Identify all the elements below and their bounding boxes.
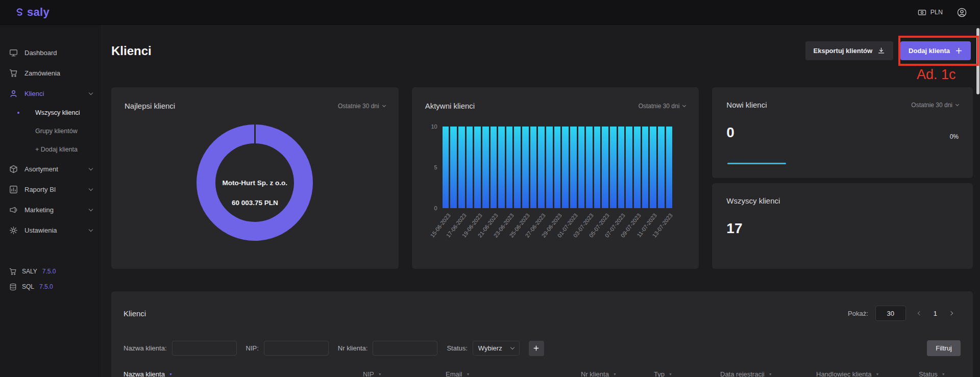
sidebar-item-marketing[interactable]: Marketing	[0, 199, 102, 220]
active-clients-yaxis: 1050	[425, 127, 443, 208]
bar	[586, 127, 593, 208]
sidebar-item-raporty-bi[interactable]: Raporty BI	[0, 179, 102, 199]
donut-center: Moto-Hurt Sp. z o.o. 60 003.75 PLN	[215, 143, 294, 222]
filter-nip-input[interactable]	[264, 341, 329, 356]
account-icon[interactable]	[957, 8, 967, 17]
add-client-label: Dodaj klienta	[909, 47, 950, 55]
chevron-down-icon	[89, 186, 93, 190]
new-clients-value: 0	[726, 124, 959, 141]
all-clients-title: Wszyscy klienci	[726, 196, 780, 205]
bar	[491, 127, 497, 208]
column-header-status[interactable]: Status▼	[919, 370, 945, 377]
add-filter-button[interactable]	[529, 341, 544, 356]
bar	[450, 127, 457, 208]
column-header-nip[interactable]: NIP▼	[363, 370, 382, 377]
sidebar-menu: DashboardZamówieniaKlienciWszyscy klienc…	[0, 42, 102, 240]
sort-icon: ▼	[613, 372, 617, 376]
sidebar-item-label: Klienci	[24, 90, 44, 97]
version-item-sql: SQL7.5.0	[0, 279, 102, 294]
add-client-button[interactable]: Dodaj klienta	[900, 41, 971, 60]
download-icon	[877, 47, 885, 55]
best-clients-period-dropdown[interactable]: Ostatnie 30 dni	[338, 103, 385, 110]
app-logo[interactable]: saly	[13, 6, 50, 19]
currency-icon	[918, 8, 926, 17]
filter-button[interactable]: Filtruj	[927, 340, 961, 356]
bar	[498, 127, 505, 208]
new-clients-period-dropdown[interactable]: Ostatnie 30 dni	[911, 102, 959, 109]
cart-icon	[9, 268, 17, 275]
version-name: SALY	[22, 268, 37, 275]
filter-client-number-label: Nr klienta:	[338, 344, 368, 352]
column-header-data-rejestracji[interactable]: Data rejestracji▼	[720, 370, 772, 377]
export-clients-button[interactable]: Eksportuj klientów	[805, 41, 894, 60]
filter-name-input[interactable]	[172, 341, 237, 356]
bar	[666, 127, 673, 208]
header-actions: Eksportuj klientów Dodaj klienta	[805, 41, 973, 60]
all-clients-card: Wszyscy klienci 17	[712, 183, 973, 269]
sidebar-item-asortyment[interactable]: Asortyment	[0, 159, 102, 179]
column-header-email[interactable]: Email▼	[446, 370, 470, 377]
best-clients-card: Najlepsi klienci Ostatnie 30 dni Moto-Hu…	[111, 87, 399, 269]
column-header-nr-klienta[interactable]: Nr klienta▼	[581, 370, 617, 377]
table-filter-row: Nazwa klienta: NIP: Nr klienta: Status: …	[124, 340, 961, 356]
currency-selector[interactable]: PLN	[918, 8, 943, 17]
sidebar-item-label: Ustawienia	[24, 227, 57, 234]
box-icon	[9, 165, 18, 173]
column-label: Nazwa klienta	[124, 370, 165, 377]
column-label: Status	[919, 370, 938, 377]
bar	[467, 127, 473, 208]
plus-icon	[955, 47, 963, 55]
filter-status-label: Status:	[447, 344, 467, 352]
active-clients-period-dropdown[interactable]: Ostatnie 30 dni	[639, 103, 686, 110]
gear-icon	[9, 226, 18, 235]
table-column-headers: Nazwa klienta▼NIP▼Email▼Nr klienta▼Typ▼D…	[124, 370, 961, 377]
column-label: Email	[446, 370, 462, 377]
column-label: Handlowiec klienta	[816, 370, 871, 377]
sidebar-item-zamowienia[interactable]: Zamówienia	[0, 63, 102, 83]
vertical-scrollbar[interactable]	[976, 28, 979, 94]
chevron-down-icon	[510, 345, 514, 349]
sidebar-subitem-grupy-klientów[interactable]: Grupy klientów	[0, 122, 102, 140]
filter-name-label: Nazwa klienta:	[124, 344, 167, 352]
bar	[474, 127, 481, 208]
table-controls: Pokaż: 1	[848, 306, 961, 321]
bar	[642, 127, 649, 208]
active-clients-plot: 15-06-202317-06-202319-06-202321-06-2023…	[443, 127, 686, 245]
summary-cards-row: Najlepsi klienci Ostatnie 30 dni Moto-Hu…	[111, 87, 973, 269]
sidebar-item-label: Asortyment	[24, 165, 58, 173]
best-clients-title: Najlepsi klienci	[125, 102, 175, 110]
version-item-saly: SALY7.5.0	[0, 264, 102, 279]
active-clients-bar-chart: 1050 15-06-202317-06-202319-06-202321-06…	[425, 127, 686, 245]
filter-client-number-input[interactable]	[373, 341, 437, 356]
bar	[618, 127, 625, 208]
table-title: Klienci	[124, 309, 146, 318]
sidebar-item-dashboard[interactable]: Dashboard	[0, 42, 102, 63]
clients-table-card: Klienci Pokaż: 1 Nazwa klienta: NIP: Nr …	[111, 291, 973, 377]
period-label: Ostatnie 30 dni	[338, 103, 379, 110]
filter-status-select[interactable]: Wybierz	[473, 341, 520, 356]
sidebar-subitem-wszyscy-klienci[interactable]: Wszyscy klienci	[0, 104, 102, 122]
prev-page-button[interactable]	[913, 307, 926, 320]
bar	[546, 127, 553, 208]
column-header-handlowiec-klienta[interactable]: Handlowiec klienta▼	[816, 370, 879, 377]
page-size-input[interactable]	[875, 306, 906, 321]
column-label: Nr klienta	[581, 370, 609, 377]
chevron-down-icon	[89, 166, 93, 170]
bar	[522, 127, 529, 208]
donut-center-value: 60 003.75 PLN	[232, 199, 278, 207]
sidebar-subitem-dodaj-klienta[interactable]: + Dodaj klienta	[0, 140, 102, 159]
sidebar-item-label: Zamówienia	[24, 69, 60, 77]
all-clients-value: 17	[726, 220, 959, 237]
sidebar-item-label: Marketing	[24, 206, 54, 214]
megaphone-icon	[9, 206, 18, 214]
next-page-button[interactable]	[944, 307, 958, 320]
sidebar-item-klienci[interactable]: Klienci	[0, 83, 102, 104]
column-header-nazwa-klienta[interactable]: Nazwa klienta▼	[124, 370, 173, 377]
bar	[443, 127, 449, 208]
column-header-typ[interactable]: Typ▼	[654, 370, 672, 377]
donut-center-label: Moto-Hurt Sp. z o.o.	[223, 179, 287, 187]
monitor-icon	[9, 48, 18, 57]
sidebar-item-ustawienia[interactable]: Ustawienia	[0, 220, 102, 240]
version-name: SQL	[22, 283, 34, 290]
filter-group-nip: NIP:	[246, 341, 329, 356]
